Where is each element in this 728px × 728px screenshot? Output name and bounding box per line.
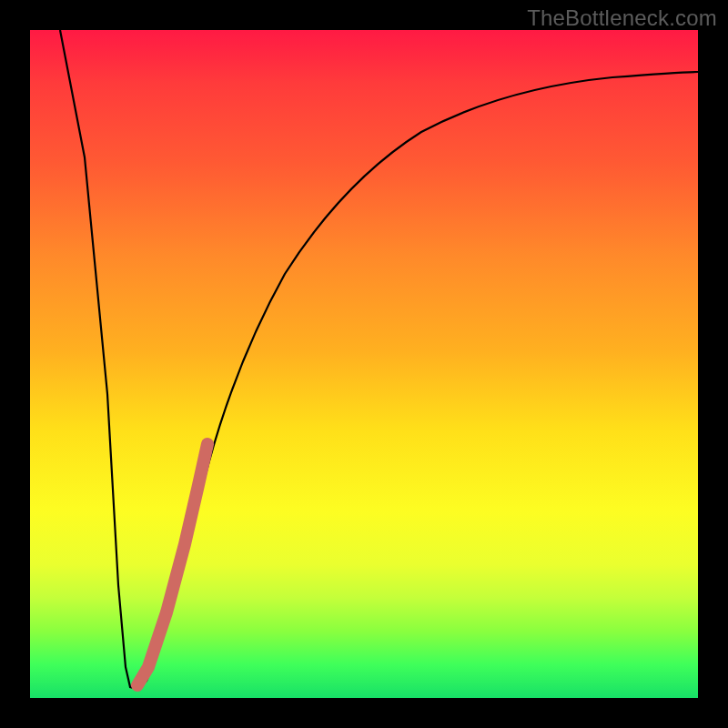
plot-area	[30, 30, 698, 698]
highlight-segment	[137, 444, 207, 685]
curve-svg	[30, 30, 698, 698]
watermark-label: TheBottleneck.com	[527, 5, 717, 31]
bottleneck-curve	[60, 30, 698, 689]
chart-frame: TheBottleneck.com	[0, 0, 728, 728]
